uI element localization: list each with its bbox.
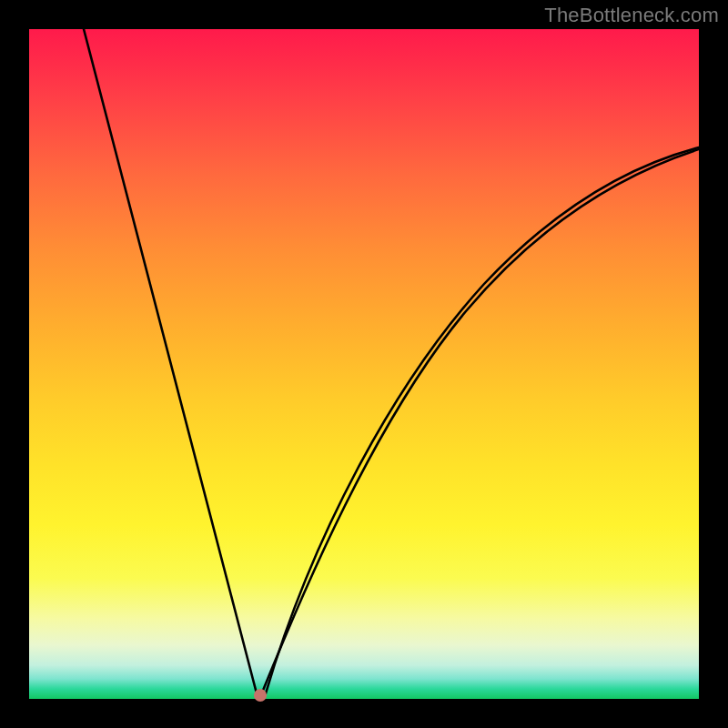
plot-area: [29, 29, 699, 699]
bottleneck-curve-right-tail: [260, 149, 699, 697]
bottleneck-curve: [84, 29, 699, 697]
attribution-text: TheBottleneck.com: [544, 4, 719, 27]
curve-svg: [29, 29, 699, 699]
vertex-marker: [254, 689, 267, 702]
chart-container: TheBottleneck.com: [0, 0, 728, 728]
